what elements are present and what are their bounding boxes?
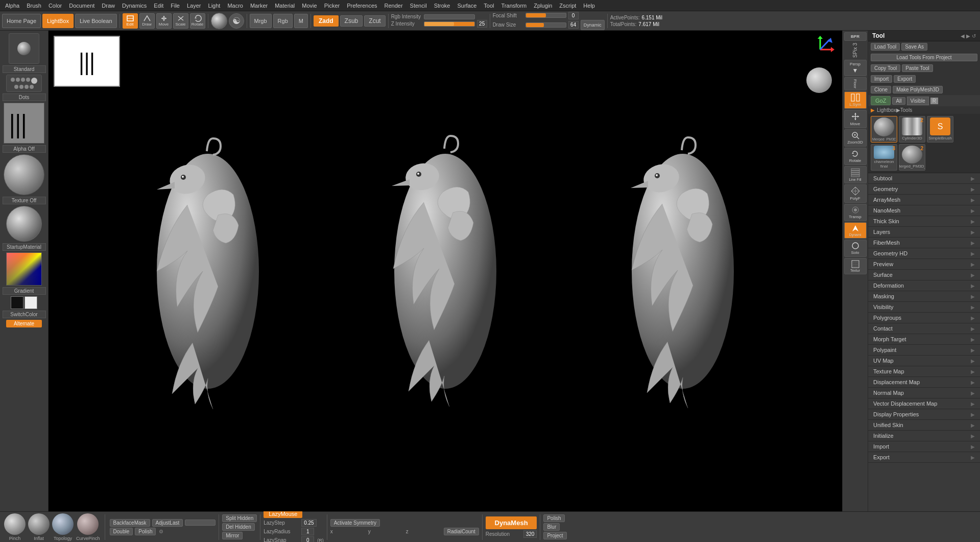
section-morph-target[interactable]: Morph Target ▶ <box>868 334 980 345</box>
orientation-sphere[interactable] <box>806 67 832 93</box>
rgb-button[interactable]: Rgb <box>273 14 293 28</box>
all-button[interactable]: All <box>892 97 905 105</box>
menu-material[interactable]: Material <box>272 2 298 10</box>
section-display-properties[interactable]: Display Properties ▶ <box>868 409 980 420</box>
section-displacement-map[interactable]: Displacement Map ▶ <box>868 377 980 388</box>
tool-refresh-icon[interactable]: ↺ <box>972 33 976 39</box>
z-intensity-track[interactable] <box>424 21 475 27</box>
m-button[interactable]: M <box>294 14 308 28</box>
switch-color-label[interactable]: SwitchColor <box>3 311 46 318</box>
curvepinch-brush[interactable]: CurvePinch <box>76 513 100 541</box>
menu-stroke[interactable]: Stroke <box>431 2 453 10</box>
menu-file[interactable]: File <box>168 2 183 10</box>
double-button[interactable]: Double <box>110 528 133 535</box>
copy-tool-button[interactable]: Copy Tool <box>871 64 900 72</box>
canvas-thumbnail[interactable]: ||| <box>54 36 120 87</box>
section-contact[interactable]: Contact ▶ <box>868 323 980 334</box>
rgb-intensity-track[interactable] <box>424 14 475 19</box>
menu-transform[interactable]: Transform <box>498 2 530 10</box>
move-rt-button[interactable]: Move <box>844 110 867 128</box>
split-hidden-button[interactable]: Split Hidden <box>222 514 257 522</box>
section-texture-map[interactable]: Texture Map ▶ <box>868 366 980 377</box>
move-button[interactable]: Move <box>156 13 172 29</box>
menu-light[interactable]: Light <box>205 2 224 10</box>
zcut-button[interactable]: Zcut <box>364 15 385 27</box>
dots-preview[interactable] <box>6 75 42 92</box>
color-swatch[interactable] <box>6 252 42 286</box>
visible-button[interactable]: Visible <box>907 97 929 105</box>
section-import[interactable]: Import ▶ <box>868 441 980 452</box>
background-color-box[interactable] <box>25 296 37 309</box>
section-visibility[interactable]: Visibility ▶ <box>868 302 980 313</box>
dynamic-rt-button[interactable]: Dynami <box>844 222 867 239</box>
section-fibermesh[interactable]: FiberMesh ▶ <box>868 238 980 248</box>
transp-button[interactable]: Transp <box>844 204 867 221</box>
menu-document[interactable]: Document <box>66 2 98 10</box>
bpr-button[interactable]: BPR <box>844 32 867 41</box>
section-vector-disp-map[interactable]: Vector Displacement Map ▶ <box>868 398 980 409</box>
floor-button[interactable]: Floor <box>844 77 867 90</box>
polish-button[interactable]: Polish <box>135 528 156 535</box>
blur-button[interactable]: Blur <box>543 523 560 531</box>
dynamic-button[interactable]: Dynamic <box>581 20 605 30</box>
menu-edit[interactable]: Edit <box>151 2 166 10</box>
alpha-off-label[interactable]: Alpha Off <box>3 145 46 153</box>
section-normal-map[interactable]: Normal Map ▶ <box>868 388 980 398</box>
activate-symmetry-button[interactable]: Activate Symmetry <box>330 519 380 527</box>
menu-draw[interactable]: Draw <box>99 2 118 10</box>
menu-movie[interactable]: Movie <box>299 2 320 10</box>
import-tool-button[interactable]: Import <box>871 75 892 83</box>
paste-tool-button[interactable]: Paste Tool <box>902 64 933 72</box>
section-geometry[interactable]: Geometry ▶ <box>868 184 980 195</box>
chameleon-thumb[interactable]: 3 chameleon final <box>871 144 897 171</box>
topology-brush[interactable]: Topology <box>52 513 74 541</box>
section-polygroups[interactable]: Polygroups ▶ <box>868 313 980 323</box>
zadd-button[interactable]: Zadd <box>314 15 339 27</box>
yin-yang-button[interactable]: ☯ <box>229 13 244 29</box>
home-page-button[interactable]: Home Page <box>2 14 41 28</box>
load-tool-button[interactable]: Load Tool <box>871 43 900 51</box>
lightbox-tools[interactable]: ▶ Lightbox▶Tools <box>868 106 980 114</box>
rotate-button[interactable]: Rotate <box>190 13 205 29</box>
solo-button[interactable]: Solo <box>844 240 867 257</box>
section-layers[interactable]: Layers ▶ <box>868 227 980 238</box>
del-hidden-button[interactable]: Del Hidden <box>222 523 254 531</box>
draw-size-track[interactable] <box>525 22 566 28</box>
section-surface[interactable]: Surface ▶ <box>868 270 980 280</box>
draw-button[interactable]: Draw <box>139 13 155 29</box>
section-masking[interactable]: Masking ▶ <box>868 291 980 302</box>
menu-stencil[interactable]: Stencil <box>407 2 430 10</box>
nav-gizmo[interactable] <box>806 36 834 93</box>
scale-button[interactable]: Scale <box>173 13 188 29</box>
edit-button[interactable]: Edit <box>123 13 138 29</box>
simplebrush-thumb[interactable]: S SimpleBrush <box>927 116 953 143</box>
menu-macro[interactable]: Macro <box>224 2 246 10</box>
merged-pm3d-f-thumb[interactable]: 2 Merged_PM3D_f <box>899 144 925 171</box>
sculptures-container[interactable] <box>49 31 842 511</box>
menu-surface[interactable]: Surface <box>454 2 480 10</box>
clone-button[interactable]: Clone <box>871 86 891 93</box>
section-subtool[interactable]: Subtool ▶ <box>868 173 980 184</box>
mrgb-button[interactable]: Mrgb <box>250 14 272 28</box>
menu-marker[interactable]: Marker <box>247 2 271 10</box>
alternate-button[interactable]: Alternate <box>6 320 42 327</box>
tool-left-arrow[interactable]: ◀ <box>961 33 965 39</box>
lightbox-button[interactable]: LightBox <box>42 14 74 28</box>
menu-alpha[interactable]: Alpha <box>2 2 22 10</box>
linefill-button[interactable]: Line Fill <box>844 166 867 183</box>
export-tool-button[interactable]: Export <box>894 75 916 83</box>
material-preview[interactable] <box>6 206 42 242</box>
menu-zplugin[interactable]: Zplugin <box>531 2 555 10</box>
section-initialize[interactable]: Initialize ▶ <box>868 431 980 441</box>
polyf-button[interactable]: PolyF <box>844 184 867 203</box>
menu-layer[interactable]: Layer <box>184 2 204 10</box>
zoom3d-button[interactable]: Zoom3D <box>844 129 867 147</box>
menu-tool[interactable]: Tool <box>481 2 497 10</box>
menu-help[interactable]: Help <box>580 2 598 10</box>
goz-button[interactable]: GoZ <box>871 96 891 105</box>
menu-picker[interactable]: Picker <box>321 2 343 10</box>
section-geometry-hd[interactable]: Geometry HD ▶ <box>868 248 980 259</box>
radial-count-button[interactable]: RadialCount <box>444 528 479 535</box>
cylinder3d-thumb[interactable]: 2 Cylinder3D <box>899 116 925 143</box>
menu-dynamics[interactable]: Dynamics <box>119 2 150 10</box>
